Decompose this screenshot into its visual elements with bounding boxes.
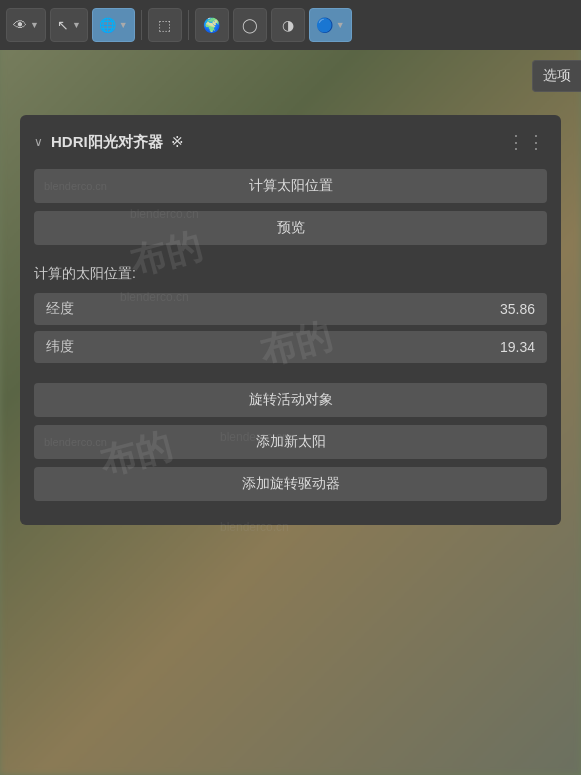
- spinner-button[interactable]: 🔵 ▼: [309, 8, 352, 42]
- globe-button[interactable]: 🌐 ▼: [92, 8, 135, 42]
- latitude-value: 19.34: [500, 339, 535, 355]
- toolbar-sep-2: [188, 10, 189, 40]
- watermark-calculate: blenderco.cn: [44, 180, 107, 192]
- circle-button[interactable]: ◯: [233, 8, 267, 42]
- rotate-label: 旋转活动对象: [249, 391, 333, 407]
- hdri-panel: ∨ HDRI阳光对齐器 ※ ⋮⋮ blenderco.cn 计算太阳位置 预览 …: [20, 115, 561, 525]
- calculate-sun-button[interactable]: blenderco.cn 计算太阳位置: [34, 169, 547, 203]
- panel-title-sun-icon: ※: [171, 133, 184, 151]
- preview-label: 预览: [277, 219, 305, 235]
- watermark-addsun: blenderco.cn: [44, 436, 107, 448]
- cursor-icon: ↖: [57, 17, 69, 33]
- longitude-value: 35.86: [500, 301, 535, 317]
- collapse-icon[interactable]: ∨: [34, 135, 43, 149]
- half-circle-icon: ◑: [282, 17, 294, 33]
- world-icon: 🌍: [203, 17, 220, 33]
- rotate-button[interactable]: 旋转活动对象: [34, 383, 547, 417]
- square-button[interactable]: ⬚: [148, 8, 182, 42]
- cursor-button[interactable]: ↖ ▼: [50, 8, 88, 42]
- spinner-chevron: ▼: [336, 20, 345, 30]
- spinner-icon: 🔵: [316, 17, 333, 33]
- half-circle-button[interactable]: ◑: [271, 8, 305, 42]
- eye-icon: 👁: [13, 17, 27, 33]
- section-label: 计算的太阳位置:: [34, 265, 547, 283]
- longitude-label: 经度: [46, 300, 74, 318]
- panel-title: HDRI阳光对齐器: [51, 133, 163, 152]
- add-sun-button[interactable]: blenderco.cn 添加新太阳: [34, 425, 547, 459]
- options-button[interactable]: 选项: [532, 60, 581, 92]
- globe-chevron: ▼: [119, 20, 128, 30]
- globe-icon: 🌐: [99, 17, 116, 33]
- world-button[interactable]: 🌍: [195, 8, 229, 42]
- toolbar: 👁 ▼ ↖ ▼ 🌐 ▼ ⬚ 🌍 ◯ ◑ 🔵 ▼: [0, 0, 581, 50]
- panel-title-row: ∨ HDRI阳光对齐器 ※: [34, 133, 184, 152]
- panel-menu-dots[interactable]: ⋮⋮: [507, 131, 547, 153]
- add-driver-button[interactable]: 添加旋转驱动器: [34, 467, 547, 501]
- latitude-label: 纬度: [46, 338, 74, 356]
- add-driver-label: 添加旋转驱动器: [242, 475, 340, 491]
- circle-icon: ◯: [242, 17, 258, 33]
- eye-button[interactable]: 👁 ▼: [6, 8, 46, 42]
- square-icon: ⬚: [158, 17, 171, 33]
- toolbar-sep-1: [141, 10, 142, 40]
- add-sun-label: 添加新太阳: [256, 433, 326, 449]
- longitude-field[interactable]: 经度 35.86: [34, 293, 547, 325]
- latitude-field[interactable]: 纬度 19.34: [34, 331, 547, 363]
- preview-button[interactable]: 预览: [34, 211, 547, 245]
- eye-chevron: ▼: [30, 20, 39, 30]
- panel-header: ∨ HDRI阳光对齐器 ※ ⋮⋮: [34, 131, 547, 153]
- cursor-chevron: ▼: [72, 20, 81, 30]
- calculate-sun-label: 计算太阳位置: [249, 177, 333, 193]
